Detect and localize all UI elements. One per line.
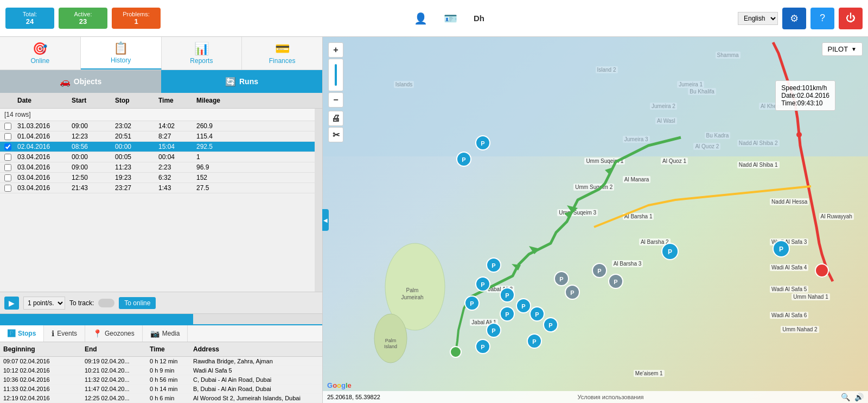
- list-item[interactable]: 09:07 02.04.2016 09:19 02.04.20... 0 h 1…: [0, 357, 322, 366]
- search-map-button[interactable]: 🔍: [841, 393, 850, 401]
- bottom-tab-media[interactable]: 📷 Media: [143, 325, 188, 342]
- measure-button[interactable]: ✂: [328, 127, 343, 142]
- map-label: Jabal Ali 1: [470, 319, 498, 326]
- volume-button[interactable]: 🔊: [854, 393, 864, 401]
- row-checkbox[interactable]: [0, 142, 15, 152]
- col-end: End: [81, 344, 146, 354]
- map-label: Shamma: [716, 52, 741, 59]
- row-start: 09:00: [69, 162, 113, 172]
- tab-history[interactable]: 📋 History: [81, 37, 162, 70]
- speed-date: Date:02.04.2016: [781, 92, 829, 99]
- map-status-bar: 25.20618, 55.39822 Условия использования…: [323, 391, 868, 403]
- pilot-badge[interactable]: PILOT ▼: [822, 42, 863, 56]
- row-stop: 00:00: [113, 142, 156, 152]
- svg-point-35: [592, 263, 607, 278]
- table-row[interactable]: 03.04.2016 09:00 11:23 2:23 96.9: [0, 162, 315, 173]
- stop-end: 11:47 02.04.20...: [81, 385, 146, 393]
- subtab-runs[interactable]: 🔄 Runs: [161, 70, 322, 93]
- zoom-scale: [328, 59, 343, 91]
- print-button[interactable]: 🖨: [328, 111, 343, 126]
- tab-online[interactable]: 🎯 Online: [0, 37, 81, 70]
- map-label: Al Quoz 1: [661, 158, 688, 165]
- row-mileage: 27.5: [194, 183, 243, 193]
- list-item[interactable]: 10:12 02.04.2016 10:21 02.04.20... 0 h 9…: [0, 366, 322, 375]
- table-row[interactable]: 31.03.2016 09:00 23:02 14:02 260.9: [0, 121, 315, 131]
- stats-area: Total: 24 Active: 23 Problems: 1: [5, 8, 161, 29]
- stop-time: 0 h 6 min: [146, 394, 190, 402]
- svg-point-25: [530, 307, 544, 321]
- timeline-bar[interactable]: [0, 313, 322, 324]
- pilot-label: PILOT: [828, 45, 848, 53]
- list-item[interactable]: 10:36 02.04.2016 11:32 02.04.20... 0 h 5…: [0, 375, 322, 385]
- row-date: 03.04.2016: [15, 152, 69, 162]
- row-time: 00:04: [156, 152, 194, 162]
- speed-select[interactable]: 1 point/s. 2 point/s. 5 point/s.: [23, 297, 65, 310]
- svg-text:P: P: [559, 276, 563, 282]
- col-date: Date: [15, 96, 69, 105]
- map-label: Umm Suqeim 2: [573, 184, 614, 191]
- terms-link[interactable]: Условия использования: [577, 394, 643, 400]
- row-checkbox[interactable]: [0, 153, 15, 162]
- table-row[interactable]: 03.04.2016 12:50 19:23 6:32 152: [0, 173, 315, 183]
- row-checkbox[interactable]: [0, 163, 15, 172]
- bottom-tab-geozones[interactable]: 📍 Geozones: [85, 325, 143, 342]
- runs-scrollbar[interactable]: [315, 109, 322, 292]
- zoom-in-button[interactable]: +: [328, 42, 343, 58]
- svg-text:P: P: [668, 248, 672, 256]
- stop-beginning: 11:33 02.04.2016: [0, 385, 81, 393]
- svg-text:P: P: [570, 289, 574, 296]
- row-mileage: 292.5: [194, 142, 243, 152]
- tab-online-label: Online: [31, 57, 50, 65]
- runs-table-header: Date Start Stop Time Mileage: [0, 93, 322, 109]
- bottom-tab-events[interactable]: ℹ Events: [44, 325, 85, 342]
- subtab-objects[interactable]: 🚗 Objects: [0, 70, 161, 93]
- zoom-out-button[interactable]: −: [328, 92, 343, 108]
- svg-point-19: [500, 307, 514, 321]
- stop-end: 12:25 02.04.20...: [81, 394, 146, 402]
- row-checkbox[interactable]: [0, 122, 15, 131]
- row-checkbox[interactable]: [0, 184, 15, 193]
- geozones-icon: 📍: [93, 329, 102, 338]
- map-area[interactable]: P P P P P P P P P P P: [323, 37, 868, 403]
- power-button[interactable]: ⏻: [839, 8, 863, 29]
- finances-icon: 💳: [275, 42, 290, 56]
- map-label: Me'aisem 1: [634, 370, 665, 377]
- list-item[interactable]: 11:33 02.04.2016 11:47 02.04.20... 0 h 1…: [0, 385, 322, 394]
- table-row[interactable]: 03.04.2016 21:43 23:27 1:43 27.5: [0, 183, 315, 193]
- language-select[interactable]: English: [738, 12, 778, 25]
- stop-address: Al Worood St 2, Jumeirah Islands, Dubai: [190, 394, 322, 402]
- row-stop: 20:51: [113, 131, 156, 141]
- bottom-tab-stops[interactable]: 🅿 Stops: [0, 325, 44, 342]
- map-label: Island 2: [596, 66, 618, 73]
- stops-rows: 09:07 02.04.2016 09:19 02.04.20... 0 h 1…: [0, 357, 322, 403]
- stop-end: 10:21 02.04.20...: [81, 366, 146, 375]
- map-label: Bu Kadra: [705, 132, 731, 139]
- table-row[interactable]: 03.04.2016 00:00 00:05 00:04 1: [0, 152, 315, 162]
- to-online-button[interactable]: To online: [119, 297, 156, 309]
- table-row[interactable]: 01.04.2016 12:23 20:51 8:27 115.4: [0, 131, 315, 142]
- active-badge: Active: 23: [59, 8, 107, 29]
- row-time: 15:04: [156, 142, 194, 152]
- col-time: Time: [156, 96, 194, 105]
- row-checkbox[interactable]: [0, 132, 15, 141]
- map-label: Umm Suqeim 3: [557, 209, 598, 216]
- active-value: 23: [79, 17, 87, 26]
- settings-button[interactable]: ⚙: [782, 8, 806, 29]
- play-button[interactable]: ▶: [4, 297, 19, 310]
- svg-point-5: [476, 136, 490, 150]
- list-item[interactable]: 12:19 02.04.2016 12:25 02.04.20... 0 h 6…: [0, 394, 322, 403]
- row-checkbox[interactable]: [0, 173, 15, 182]
- total-value: 24: [26, 17, 34, 26]
- track-toggle[interactable]: [98, 299, 114, 307]
- svg-point-9: [487, 258, 501, 272]
- map-label: Nadd Al Hessa: [770, 198, 809, 205]
- tab-reports[interactable]: 📊 Reports: [162, 37, 242, 70]
- collapse-handle[interactable]: ◀: [322, 209, 329, 231]
- help-button[interactable]: ?: [810, 8, 834, 29]
- subtab-objects-label: Objects: [74, 77, 101, 86]
- table-row-selected[interactable]: 02.04.2016 08:56 00:00 15:04 292.5: [0, 142, 315, 152]
- top-bar: Total: 24 Active: 23 Problems: 1 👤 🪪 Dh …: [0, 0, 868, 37]
- chevron-down-icon: ▼: [851, 46, 857, 52]
- tab-finances[interactable]: 💳 Finances: [242, 37, 322, 70]
- svg-text:P: P: [462, 156, 465, 163]
